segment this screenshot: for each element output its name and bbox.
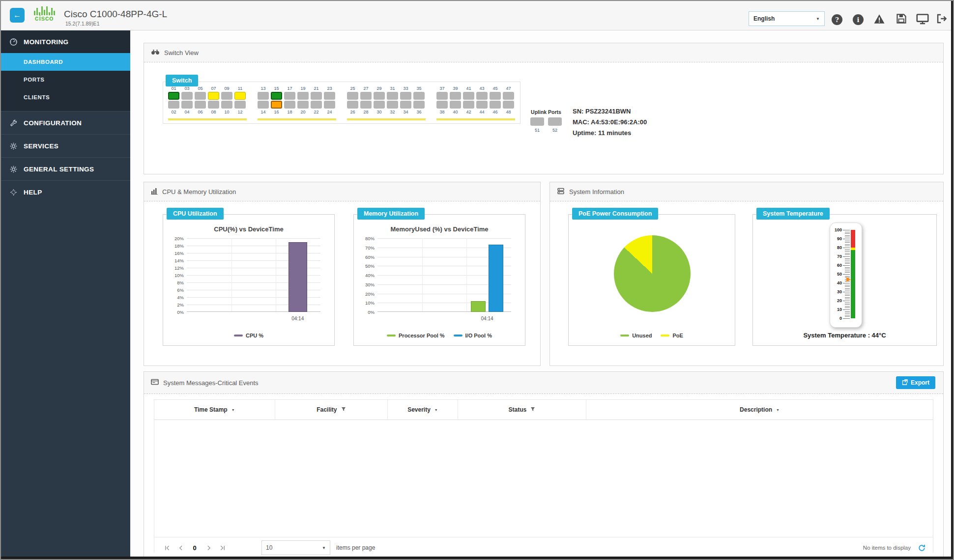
sidebar-item-services[interactable]: SERVICES — [0, 134, 130, 157]
port-12[interactable] — [234, 101, 246, 109]
port-33[interactable] — [400, 92, 411, 100]
sidebar-item-general-settings[interactable]: GENERAL SETTINGS — [0, 157, 130, 180]
port-44[interactable] — [476, 101, 488, 109]
display-button[interactable] — [916, 13, 929, 26]
port-06[interactable] — [195, 101, 206, 109]
column-header-status[interactable]: Status — [458, 400, 586, 420]
port-21[interactable] — [311, 92, 322, 100]
port-24[interactable] — [324, 101, 335, 109]
pager-next-button[interactable] — [202, 545, 215, 551]
gauge-tick — [845, 244, 850, 245]
port-04[interactable] — [181, 101, 193, 109]
port-09[interactable] — [221, 92, 232, 100]
uplink-port-51[interactable] — [530, 117, 544, 126]
pager-prev-button[interactable] — [174, 545, 188, 551]
port-16[interactable] — [271, 101, 282, 109]
port-47[interactable] — [503, 92, 514, 100]
port-41[interactable] — [463, 92, 474, 100]
language-value: English — [753, 15, 775, 22]
refresh-button[interactable] — [918, 544, 926, 552]
pager-last-button[interactable] — [215, 545, 229, 551]
port-35[interactable] — [413, 92, 425, 100]
port-29[interactable] — [374, 92, 385, 100]
port-20[interactable] — [297, 101, 309, 109]
port-15[interactable] — [271, 92, 282, 100]
legend-label: I/O Pool % — [465, 333, 492, 338]
language-select[interactable]: English ▼ — [749, 11, 825, 26]
port-48[interactable] — [503, 101, 514, 109]
column-header-time-stamp[interactable]: Time Stamp▼ — [154, 400, 275, 420]
sort-caret-icon[interactable]: ▼ — [231, 408, 235, 412]
port-group-underline — [436, 118, 515, 120]
port-26[interactable] — [347, 101, 358, 109]
port-13[interactable] — [258, 92, 269, 100]
sidebar-item-help[interactable]: HELP — [0, 180, 130, 203]
port-23[interactable] — [324, 92, 335, 100]
gauge-tick — [845, 286, 850, 287]
sidebar-item-clients[interactable]: CLIENTS — [0, 88, 130, 106]
port-19[interactable] — [297, 92, 309, 100]
sort-caret-icon[interactable]: ▼ — [776, 408, 780, 412]
info-button[interactable]: i — [852, 13, 865, 26]
port-10[interactable] — [221, 101, 232, 109]
arrow-left-icon: ← — [13, 11, 21, 20]
port-36[interactable] — [413, 101, 425, 109]
save-config-button[interactable] — [895, 13, 908, 26]
port-37[interactable] — [436, 92, 448, 100]
cpu-memory-panel: CPU & Memory Utilization CPU Utilization… — [144, 182, 541, 366]
port-02[interactable] — [168, 101, 179, 109]
port-45[interactable] — [490, 92, 501, 100]
port-05[interactable] — [195, 92, 206, 100]
sidebar-item-monitoring[interactable]: MONITORING — [0, 30, 130, 53]
export-button[interactable]: Export — [896, 376, 935, 389]
port-30[interactable] — [374, 101, 385, 109]
cpu-legend: CPU % — [163, 333, 334, 338]
gauge-tick — [845, 299, 850, 299]
port-03[interactable] — [181, 92, 193, 100]
port-number: 07 — [208, 86, 219, 91]
port-39[interactable] — [450, 92, 461, 100]
sidebar-item-configuration[interactable]: CONFIGURATION — [0, 111, 130, 134]
logout-button[interactable] — [935, 13, 948, 26]
port-42[interactable] — [463, 101, 474, 109]
alerts-button[interactable] — [873, 13, 886, 26]
sidebar-item-label: CONFIGURATION — [24, 119, 82, 127]
gridline-vertical — [422, 238, 423, 312]
sidebar-item-ports[interactable]: PORTS — [0, 71, 130, 88]
legend-label: Processor Pool % — [399, 333, 445, 338]
port-01[interactable] — [168, 92, 179, 100]
port-08[interactable] — [208, 101, 219, 109]
column-header-severity[interactable]: Severity▼ — [388, 400, 458, 420]
page-size-select[interactable]: 10 ▼ — [261, 540, 330, 555]
port-22[interactable] — [311, 101, 322, 109]
switch-view-panel: Switch View Switch 010305070911020406081… — [144, 43, 944, 174]
port-11[interactable] — [234, 92, 246, 100]
switch-tab[interactable]: Switch — [166, 75, 198, 86]
port-28[interactable] — [360, 101, 372, 109]
port-07[interactable] — [208, 92, 219, 100]
port-25[interactable] — [347, 92, 358, 100]
sort-caret-icon[interactable]: ▼ — [434, 408, 438, 412]
port-46[interactable] — [490, 101, 501, 109]
y-axis-tick: 12% — [174, 265, 187, 271]
filter-icon[interactable] — [341, 406, 346, 413]
pager-first-button[interactable] — [160, 545, 174, 551]
port-17[interactable] — [284, 92, 295, 100]
sidebar-item-dashboard[interactable]: DASHBOARD — [0, 53, 130, 71]
column-header-description[interactable]: Description▼ — [586, 400, 933, 420]
port-32[interactable] — [387, 101, 398, 109]
port-14[interactable] — [258, 101, 269, 109]
help-button[interactable]: ? — [831, 13, 843, 26]
port-40[interactable] — [450, 101, 461, 109]
port-38[interactable] — [436, 101, 448, 109]
filter-icon[interactable] — [530, 406, 535, 413]
device-title: Cisco C1000-48PP-4G-L — [64, 9, 167, 20]
column-header-facility[interactable]: Facility — [275, 400, 388, 420]
port-31[interactable] — [387, 92, 398, 100]
port-43[interactable] — [476, 92, 488, 100]
port-18[interactable] — [284, 101, 295, 109]
port-34[interactable] — [400, 101, 411, 109]
uplink-port-52[interactable] — [548, 117, 562, 126]
port-27[interactable] — [360, 92, 372, 100]
back-button[interactable]: ← — [10, 8, 25, 23]
